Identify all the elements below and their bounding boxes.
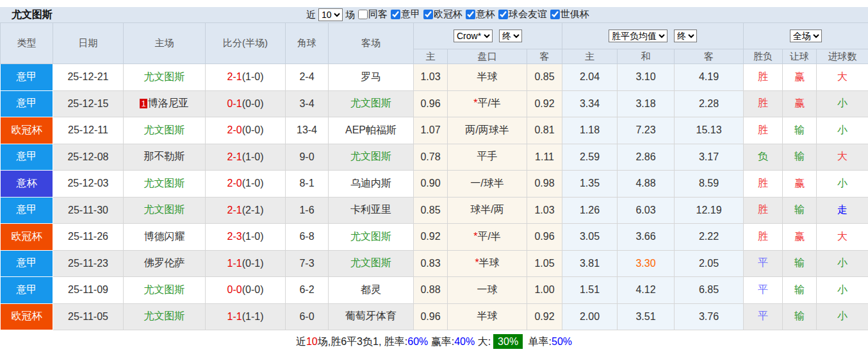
halftime-score: (0-0)	[242, 98, 264, 109]
recent-count-select[interactable]: 10	[318, 8, 343, 21]
match-scope-select[interactable]: 全场	[790, 30, 822, 42]
home-odds-cell: 0.90	[414, 171, 448, 198]
home-team-name[interactable]: 尤文图斯	[144, 124, 185, 135]
home-team-name[interactable]: 尤文图斯	[144, 178, 185, 189]
match-row: 意甲 25-11-23 佛罗伦萨 1-1(0-1) 7-3 尤文图斯 0.83 …	[1, 250, 868, 277]
summary-count: 10	[306, 336, 318, 347]
league-filter-label: 意甲	[401, 8, 420, 21]
odds-average-select[interactable]: 胜平负均值	[609, 30, 667, 42]
result-handicap-cell: 赢	[783, 224, 817, 251]
away-team-name[interactable]: 尤文图斯	[350, 97, 391, 108]
league-filter-checkbox-input[interactable]	[466, 10, 475, 19]
home-team-cell: 博德闪耀	[124, 224, 206, 251]
result-wdl-cell: 胜	[744, 171, 783, 198]
away-team-cell: AEP帕福斯	[329, 117, 414, 144]
result-wdl-cell: 胜	[744, 64, 783, 91]
summary-big-rate: 30%	[493, 334, 523, 349]
home-team-name[interactable]: 尤文图斯	[144, 284, 185, 295]
home-team-name[interactable]: 佛罗伦萨	[144, 257, 185, 268]
away-odds-cell: 1.11	[527, 144, 562, 171]
match-date: 25-11-23	[53, 250, 124, 277]
home-odds-cell: 0.96	[414, 303, 448, 330]
league-filter-checkbox[interactable]: 世俱杯	[550, 8, 589, 21]
away-team-name[interactable]: 尤文图斯	[350, 231, 391, 242]
away-team-name[interactable]: 尤文图斯	[350, 151, 391, 162]
corner-cell: 6-2	[286, 277, 329, 304]
filter-bar: 近 10 场 同客 意甲 欧冠杯 意杯 球会友谊 世俱杯	[306, 7, 589, 22]
away-odds-cell: 1.05	[527, 250, 562, 277]
result-handicap-cell: 输	[783, 197, 817, 224]
bookmaker-select[interactable]: Crow*	[454, 30, 493, 42]
away-odds-cell: 0.98	[527, 171, 562, 198]
away-team-cell: 尤文图斯	[329, 224, 414, 251]
result-handicap-cell: 输	[783, 277, 817, 304]
summary-bar: 近10场,胜6平3负1, 胜率:60% 赢率:40% 大:30% 单率:50%	[0, 330, 868, 354]
bookmaker-period-select[interactable]: 终	[499, 30, 522, 42]
result-wdl-cell: 胜	[744, 197, 783, 224]
match-row: 意甲 25-12-21 尤文图斯 2-1(1-0) 2-4 罗马 1.03 半球…	[1, 64, 868, 91]
bookmaker-select-cell: Crow* 终	[414, 23, 562, 49]
home-team-name[interactable]: 尤文图斯	[144, 204, 185, 215]
result-handicap-cell: 赢	[783, 90, 817, 117]
fulltime-score: 0-1	[227, 98, 242, 109]
league-filter-checkbox-input[interactable]	[358, 10, 368, 19]
avg-away-odds-cell: 4.19	[675, 64, 744, 91]
corner-cell: 7-3	[286, 250, 329, 277]
corner-cell: 2-4	[286, 64, 329, 91]
line-text: 平手	[477, 151, 498, 162]
away-team-name[interactable]: 葡萄牙体育	[345, 310, 397, 321]
league-filter-checkbox-input[interactable]	[550, 10, 560, 19]
home-team-name[interactable]: 博德闪耀	[144, 231, 185, 242]
match-date: 25-12-08	[53, 144, 124, 171]
league-filter-checkbox-input[interactable]	[498, 10, 508, 19]
avg-draw-odds-cell: 4.12	[618, 277, 675, 304]
summary-prefix: 近	[296, 336, 306, 347]
summary-handicap-rate: 40%	[454, 336, 475, 347]
average-period-select[interactable]: 终	[674, 30, 697, 42]
away-team-name[interactable]: 罗马	[361, 71, 381, 82]
result-goals-cell: 走	[817, 197, 868, 224]
league-filter-checkbox-input[interactable]	[391, 10, 400, 19]
league-filter-checkbox-input[interactable]	[423, 10, 433, 19]
home-team-name[interactable]: 尤文图斯	[144, 71, 185, 82]
home-team-name[interactable]: 那不勒斯	[144, 151, 185, 162]
fulltime-score: 2-1	[227, 71, 242, 82]
avg-away-odds-cell: 2.22	[675, 224, 744, 251]
away-team-cell: 尤文图斯	[329, 144, 414, 171]
corner-cell: 13-4	[286, 117, 329, 144]
league-filter-checkbox[interactable]: 意甲	[391, 8, 420, 21]
header-away: 客场	[329, 23, 414, 64]
away-team-cell: 葡萄牙体育	[329, 303, 414, 330]
halftime-score: (2-1)	[242, 205, 264, 215]
away-team-name[interactable]: 卡利亚里	[350, 204, 391, 215]
away-odds-cell: 1.03	[527, 197, 562, 224]
league-filter-checkbox[interactable]: 球会友谊	[498, 8, 547, 21]
score-cell: 2-0(0-0)	[206, 117, 286, 144]
corner-cell: 6-8	[286, 224, 329, 251]
match-date: 25-11-09	[53, 277, 124, 304]
league-filter-checkbox[interactable]: 意杯	[466, 8, 495, 21]
away-odds-cell: 0.81	[527, 117, 562, 144]
home-team-name[interactable]: 尤文图斯	[144, 310, 185, 321]
away-team-name[interactable]: 都灵	[361, 284, 381, 295]
halftime-score: (1-0)	[242, 178, 264, 189]
summary-big-label: 大:	[475, 336, 491, 347]
home-team-name[interactable]: 博洛尼亚	[148, 97, 189, 108]
line-text: 半球	[479, 257, 500, 268]
avg-draw-odds-cell: 3.66	[618, 224, 675, 251]
score-cell: 2-0(1-0)	[206, 171, 286, 198]
avg-away-odds-cell: 3.76	[675, 303, 744, 330]
league-filter-checkbox[interactable]: 欧冠杯	[423, 8, 463, 21]
league-filter-checkbox[interactable]: 同客	[358, 8, 388, 21]
league-badge: 意甲	[1, 250, 53, 277]
match-history-table: 类型 日期 主场 比分(半场) 角球 客场 Crow* 终 胜平负均值 终	[0, 22, 868, 330]
match-table-body: 意甲 25-12-21 尤文图斯 2-1(1-0) 2-4 罗马 1.03 半球…	[1, 64, 868, 330]
match-row: 意甲 25-12-08 那不勒斯 2-1(1-0) 9-0 尤文图斯 0.78 …	[1, 144, 868, 171]
away-team-name[interactable]: AEP帕福斯	[345, 124, 397, 135]
away-team-name[interactable]: 乌迪内斯	[350, 178, 391, 189]
league-badge: 意甲	[1, 277, 53, 304]
result-handicap-cell: 赢	[783, 64, 817, 91]
header-odds-line: 盘口	[448, 49, 527, 64]
away-team-name[interactable]: 尤文图斯	[350, 257, 391, 268]
avg-home-odds-cell: 3.05	[562, 224, 618, 251]
